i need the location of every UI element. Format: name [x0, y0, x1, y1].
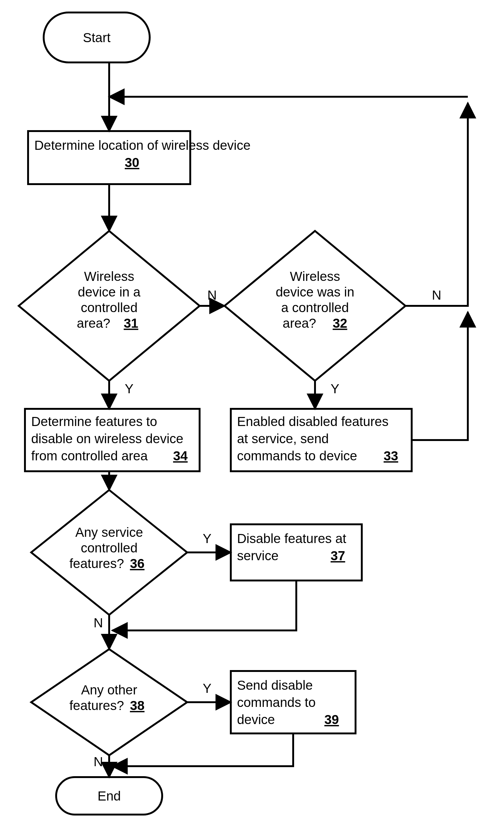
label-38-Y: Y — [203, 681, 211, 696]
svg-text:area?: area? — [283, 316, 316, 330]
svg-text:features?: features? — [69, 698, 124, 713]
node-34: Determine features to disable on wireles… — [25, 409, 200, 471]
edge-33-loop — [412, 312, 468, 440]
svg-text:33: 33 — [384, 449, 398, 463]
label-32-N: N — [432, 288, 441, 302]
node-38: Any other features? 38 — [31, 649, 187, 755]
label-31-Y: Y — [125, 381, 133, 396]
node-36: Any service controlled features? 36 — [31, 490, 187, 615]
node-end: End — [56, 777, 162, 815]
svg-text:38: 38 — [130, 698, 145, 713]
svg-text:34: 34 — [173, 449, 188, 463]
svg-text:device: device — [237, 712, 275, 727]
svg-text:commands to device: commands to device — [237, 449, 357, 463]
edge-32N-loop — [405, 103, 468, 306]
svg-text:features?: features? — [69, 556, 124, 571]
svg-text:commands to: commands to — [237, 695, 316, 710]
svg-text:controlled: controlled — [81, 300, 138, 315]
node-39: Send disable commands to device 39 — [231, 671, 356, 733]
svg-text:Wireless: Wireless — [84, 269, 134, 284]
svg-text:at service, send: at service, send — [237, 431, 329, 446]
node-30: Determine location of wireless device 30 — [28, 131, 250, 184]
svg-text:Any other: Any other — [81, 683, 137, 697]
label-36-Y: Y — [203, 531, 211, 546]
svg-text:36: 36 — [130, 556, 145, 571]
svg-text:39: 39 — [324, 712, 339, 727]
start-label: Start — [83, 30, 111, 45]
flowchart: Start Determine location of wireless dev… — [0, 0, 504, 818]
svg-text:controlled: controlled — [81, 541, 138, 555]
svg-text:area?: area? — [77, 316, 110, 330]
svg-text:a controlled: a controlled — [281, 300, 349, 315]
label-36-N: N — [94, 616, 103, 630]
svg-text:Determine features to: Determine features to — [31, 414, 157, 429]
svg-text:Any service: Any service — [75, 525, 143, 540]
svg-text:disable on wireless device: disable on wireless device — [31, 431, 183, 446]
node-start: Start — [44, 12, 150, 62]
svg-text:service: service — [237, 548, 279, 563]
svg-text:Disable features at: Disable features at — [237, 531, 347, 546]
label-38-N: N — [94, 754, 103, 769]
svg-text:31: 31 — [124, 316, 138, 330]
svg-text:Determine location of wireless: Determine location of wireless device — [34, 138, 250, 153]
svg-text:30: 30 — [125, 155, 139, 170]
edge-37-merge — [112, 581, 296, 631]
end-label: End — [98, 789, 121, 803]
svg-text:32: 32 — [333, 316, 347, 330]
svg-text:from controlled area: from controlled area — [31, 449, 148, 463]
label-31-N: N — [207, 288, 217, 302]
node-33: Enabled disabled features at service, se… — [231, 409, 412, 471]
node-32: Wireless device was in a controlled area… — [225, 231, 405, 381]
svg-text:device in a: device in a — [78, 285, 141, 299]
node-37: Disable features at service 37 — [231, 524, 362, 581]
svg-text:37: 37 — [331, 548, 345, 563]
node-31: Wireless device in a controlled area? 31 — [19, 231, 200, 381]
edge-39-merge — [112, 733, 293, 766]
svg-text:device was in: device was in — [276, 285, 354, 299]
label-32-Y: Y — [331, 381, 339, 396]
svg-text:Send disable: Send disable — [237, 678, 313, 693]
svg-text:Wireless: Wireless — [290, 269, 340, 284]
svg-text:Enabled disabled features: Enabled disabled features — [237, 414, 389, 429]
